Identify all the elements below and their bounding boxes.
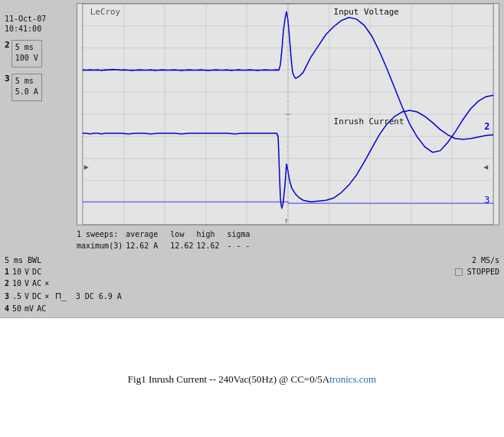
ch3-coupling: DC <box>32 291 41 302</box>
stats-row: 1 sweeps: average low high sigma maximum… <box>0 227 504 253</box>
ch3-unit: V <box>25 291 29 302</box>
ch3-number: 3 <box>5 74 10 84</box>
ch1-num: 1 <box>5 266 9 278</box>
brand-text: tronics.com <box>329 373 376 385</box>
high-label: high <box>196 228 227 240</box>
caption-row: Fig1 Inrush Current -- 240Vac(50Hz) @ CC… <box>0 317 504 437</box>
stats-sigma-val: - - - <box>227 240 250 251</box>
stats-table: 1 sweeps: average low high sigma maximum… <box>77 228 250 251</box>
ch2-coupling: AC <box>32 278 41 289</box>
stats-high-val: 12.62 <box>196 240 227 251</box>
bottom-bwl: BWL <box>28 256 41 264</box>
ch1-setting: 1 10 V DC <box>5 266 455 278</box>
ch3-mark: × <box>44 291 49 302</box>
ch1-unit: V <box>25 266 29 278</box>
ch4-unit: mV <box>25 303 34 314</box>
status-label: STOPPED <box>467 268 499 276</box>
scope-svg: LeCroy Input Voltage 2 Inrush Current 3 <box>77 4 499 225</box>
right-status: 2 MS/s STOPPED <box>455 256 499 276</box>
svg-text:◀: ◀ <box>483 163 488 171</box>
ch4-num: 4 <box>5 303 9 314</box>
svg-text:▶: ▶ <box>84 163 89 171</box>
sample-rate: 2 MS/s <box>472 256 499 264</box>
ch1-coupling: DC <box>32 266 41 278</box>
ch3-timebase: 5 ms <box>15 76 38 87</box>
ch3-setting: 3 .5 V DC × ⊓_ 3 DC 6.9 A <box>5 289 455 303</box>
svg-text:3: 3 <box>484 195 489 205</box>
left-panel: 11-Oct-07 10:41:00 2 5 ms 100 V 3 5 ms 5… <box>5 3 74 225</box>
time-label: 10:41:00 <box>5 24 74 34</box>
ch2-mark: × <box>44 278 49 289</box>
caption-main: Fig1 Inrush Current -- 240Vac(50Hz) @ CC… <box>128 373 329 385</box>
svg-text:Input Voltage: Input Voltage <box>334 7 399 17</box>
ch2-timebase: 5 ms <box>15 42 38 53</box>
ch3-dc-label: 3 DC 6.9 A <box>76 291 122 302</box>
bottom-timebase: 5 ms <box>5 256 23 264</box>
stopped-row: STOPPED <box>455 268 499 276</box>
scope-display: LeCroy Input Voltage 2 Inrush Current 3 <box>77 3 499 225</box>
scope-area: 11-Oct-07 10:41:00 2 5 ms 100 V 3 5 ms 5… <box>0 0 504 227</box>
ch4-coupling: AC <box>37 303 46 314</box>
svg-text:2: 2 <box>484 121 489 132</box>
ch2-setting: 2 10 V AC × <box>5 278 455 289</box>
settings-channels: 1 10 V DC 2 10 V AC × 3 .5 <box>5 266 455 314</box>
ch1-scale: 10 <box>12 266 21 278</box>
sweeps-label: 1 sweeps: <box>77 228 126 240</box>
bottom-settings: 5 ms BWL 1 10 V DC 2 10 V AC × <box>0 253 504 317</box>
caption-text: Fig1 Inrush Current -- 240Vac(50Hz) @ CC… <box>128 373 376 386</box>
stats-row-label: maximum(3) <box>77 240 126 251</box>
svg-text:LeCroy: LeCroy <box>90 7 121 17</box>
sigma-label: sigma <box>227 228 250 240</box>
ch3-num: 3 <box>5 291 9 302</box>
ch2-number: 2 <box>5 40 10 50</box>
low-label: low <box>170 228 196 240</box>
ch2-scale: 100 V <box>15 53 38 64</box>
stopped-indicator <box>455 268 463 276</box>
ch2-box: 5 ms 100 V <box>11 40 42 67</box>
date-label: 11-Oct-07 <box>5 14 74 24</box>
ch2-unit: V <box>25 278 29 289</box>
square-wave-icon: ⊓_ <box>55 289 66 303</box>
timestamp: 11-Oct-07 10:41:00 <box>5 14 74 34</box>
ch3-scale: 5.0 A <box>15 87 38 97</box>
ch2-scale: 10 <box>12 278 21 289</box>
avg-label: average <box>126 228 170 240</box>
ch2-num: 2 <box>5 278 9 289</box>
settings-top: 5 ms BWL <box>5 256 455 264</box>
stats-avg-val: 12.62 A <box>126 240 170 251</box>
ch4-setting: 4 50 mV AC <box>5 303 455 314</box>
ch3-scale: .5 <box>12 291 21 302</box>
ch4-scale: 50 <box>12 303 21 314</box>
ch3-box: 5 ms 5.0 A <box>11 74 42 101</box>
main-container: 11-Oct-07 10:41:00 2 5 ms 100 V 3 5 ms 5… <box>0 0 504 437</box>
stats-low-val: 12.62 <box>170 240 196 251</box>
